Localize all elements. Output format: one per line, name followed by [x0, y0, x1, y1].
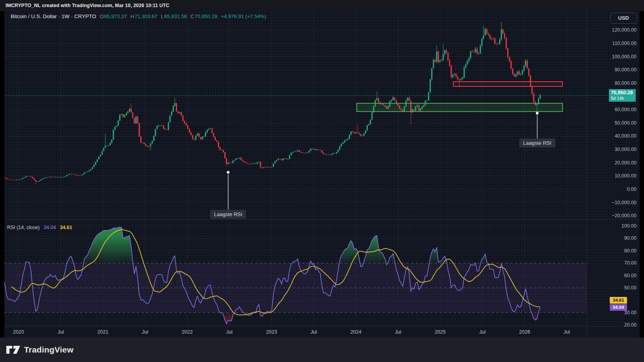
last-price-badge: 70,950.28 5d 14h [609, 89, 636, 102]
currency-toggle-button[interactable]: USD [610, 13, 637, 24]
time-axis-label: 2024 [350, 329, 361, 335]
resistance-zone[interactable] [453, 82, 562, 86]
time-axis-label: 2023 [266, 329, 277, 335]
price-axis-label: 50,000.00 [587, 120, 637, 126]
price-axis-label: 100,000.00 [587, 54, 637, 60]
price-axis-label: −20,000.00 [587, 213, 637, 218]
ohlc-open: O65,973.37 [100, 13, 127, 19]
tradingview-brand[interactable]: TradingView [24, 345, 74, 355]
symbol-title[interactable]: Bitcoin / U.S. Dollar · 1W · CRYPTO [11, 13, 96, 19]
symbol-legend: Bitcoin / U.S. Dollar · 1W · CRYPTO O65,… [11, 13, 266, 19]
last-price-value: 70,950.28 [611, 90, 634, 96]
support-zone[interactable] [357, 103, 562, 112]
footer-bar: TradingView [0, 338, 644, 362]
candlestick-rsi-canvas[interactable] [0, 0, 644, 362]
tradingview-logo-icon[interactable] [6, 345, 20, 355]
bar-countdown: 5d 14h [611, 96, 634, 101]
time-axis-label: Jul [479, 329, 486, 335]
price-axis-label: −10,000.00 [587, 200, 637, 205]
close-value: 70,950.28 [195, 13, 218, 19]
ohlc-low: L65,831.56 [161, 13, 187, 19]
close-label: C [190, 13, 194, 19]
rsi-axis-label: 70.00 [587, 260, 637, 266]
tradingview-chart-screenshot: IMCRYPTO_NL created with TradingView.com… [0, 0, 644, 362]
watermark-text: IMCRYPTO_NL created with TradingView.com… [6, 3, 169, 8]
ohlc-high: H71,303.67 [130, 13, 157, 19]
low-value: 65,831.56 [164, 13, 187, 19]
rsi-axis-label: 50.00 [587, 285, 637, 291]
watermark-bar: IMCRYPTO_NL created with TradingView.com… [0, 0, 644, 11]
time-axis-label: 2025 [435, 329, 446, 335]
price-axis-label: 80,000.00 [587, 80, 637, 86]
rsi-value: 34.04 [44, 225, 56, 230]
time-axis-label: Jul [226, 329, 233, 335]
time-axis-label: 2026 [519, 329, 530, 335]
time-axis-label: 2021 [97, 329, 108, 335]
price-axis-label: 90,000.00 [587, 67, 637, 73]
price-axis-label: 10,000.00 [587, 173, 637, 179]
time-axis-label: Jul [142, 329, 148, 335]
price-axis-label: 0.00 [587, 187, 637, 192]
time-axis-label: 2020 [13, 329, 24, 335]
annotation-label-laagste-rsi-1[interactable]: Laagste RSI [210, 210, 246, 219]
rsi-axis-label: 90.00 [587, 235, 637, 241]
rsi-ma-badge: 34.61 [610, 297, 627, 304]
rsi-axis-label: 100.00 [587, 223, 637, 229]
open-value: 65,973.37 [104, 13, 127, 19]
rsi-legend: RSI (14, close) 34.04 34.61 [7, 225, 72, 230]
ohlc-close: C70,950.28 [190, 13, 217, 19]
time-axis-label: Jul [395, 329, 401, 335]
price-axis-label: 110,000.00 [587, 41, 637, 46]
high-value: 71,303.67 [134, 13, 157, 19]
price-change: +4,976.91 (+7.54%) [221, 13, 266, 19]
rsi-axis-label: 20.00 [587, 322, 637, 328]
price-axis-label: 60,000.00 [587, 107, 637, 112]
time-axis-label: Jul [311, 329, 317, 335]
price-axis-label: 120,000.00 [587, 27, 637, 33]
time-axis-label: Jul [58, 329, 64, 335]
time-axis-label: 2022 [182, 329, 193, 335]
price-axis-label: 20,000.00 [587, 160, 637, 166]
price-axis-label: 40,000.00 [587, 133, 637, 139]
high-label: H [130, 13, 134, 19]
rsi-ma-value: 34.61 [60, 225, 72, 230]
time-axis-label: Jul [564, 329, 570, 335]
open-label: O [100, 13, 104, 19]
rsi-axis-label: 60.00 [587, 273, 637, 278]
annotation-label-laagste-rsi-2[interactable]: Laagste RSI [519, 138, 555, 147]
rsi-title[interactable]: RSI (14, close) [7, 225, 40, 230]
price-axis-label: 30,000.00 [587, 147, 637, 152]
low-label: L [161, 13, 164, 19]
rsi-axis-label: 30.00 [587, 310, 637, 315]
rsi-axis-label: 80.00 [587, 248, 637, 254]
